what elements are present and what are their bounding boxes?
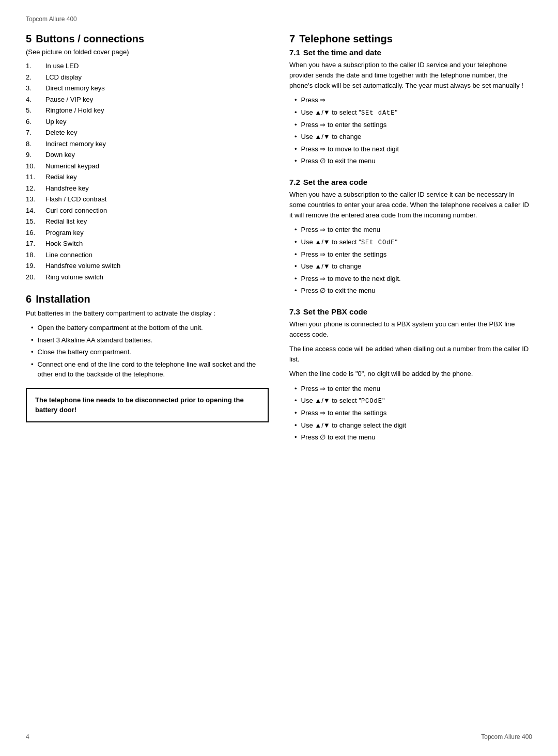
bullet-text: Use ▲/▼ to change select the digit bbox=[301, 420, 407, 431]
section-6-title: Installation bbox=[36, 293, 90, 305]
item-number: 14. bbox=[26, 206, 40, 216]
item-text: Up key bbox=[45, 117, 66, 127]
section-7-2-body: When you have a subscription to the call… bbox=[289, 190, 532, 220]
list-item: Press ⇒ to enter the menu bbox=[295, 384, 532, 394]
section-7-1-title: Set the time and date bbox=[303, 48, 381, 57]
item-text: Delete key bbox=[45, 128, 77, 138]
bullet-text: Use ▲/▼ to select "SEt dAtE" bbox=[301, 107, 398, 118]
bullet-text: Insert 3 Alkaline AA standard batteries. bbox=[38, 335, 153, 345]
item-number: 7. bbox=[26, 128, 40, 138]
list-item: 16.Program key bbox=[26, 228, 269, 238]
item-text: Line connection bbox=[45, 250, 92, 260]
list-item: Open the battery compartment at the bott… bbox=[31, 323, 269, 333]
item-number: 15. bbox=[26, 216, 40, 227]
page-footer: 4 Topcom Allure 400 bbox=[26, 733, 532, 741]
left-column: 5 Buttons / connections (See picture on … bbox=[26, 33, 269, 454]
section-7-1: 7.1 Set the time and date When you have … bbox=[289, 48, 532, 166]
list-item: 1.In use LED bbox=[26, 61, 269, 71]
bullet-text: Use ▲/▼ to change bbox=[301, 132, 362, 142]
right-column: 7 Telephone settings 7.1 Set the time an… bbox=[289, 33, 532, 454]
list-item: 2.LCD display bbox=[26, 72, 269, 83]
item-text: Hook Switch bbox=[45, 239, 83, 249]
list-item: Use ▲/▼ to change bbox=[295, 261, 532, 272]
item-text: Flash / LCD contrast bbox=[45, 194, 107, 204]
section-5-title: Buttons / connections bbox=[36, 33, 144, 45]
list-item: Press ⇒ to move to the next digit bbox=[295, 144, 532, 154]
bullet-text: Connect one end of the line cord to the … bbox=[38, 359, 269, 380]
section-6-number: 6 bbox=[26, 293, 32, 305]
section-5: 5 Buttons / connections (See picture on … bbox=[26, 33, 269, 282]
list-item: Use ▲/▼ to select "SEt COdE" bbox=[295, 237, 532, 247]
item-text: Down key bbox=[45, 150, 75, 160]
bullet-text: Press ⇒ to enter the menu bbox=[301, 384, 380, 394]
list-item: 4.Pause / VIP key bbox=[26, 94, 269, 105]
section-7-3-title: Set the PBX code bbox=[303, 307, 367, 316]
bullet-text: Press ∅ to exit the menu bbox=[301, 432, 376, 443]
item-text: Ringtone / Hold key bbox=[45, 105, 104, 116]
item-text: Ring volume switch bbox=[45, 272, 103, 282]
item-text: Handsfree key bbox=[45, 183, 89, 194]
warning-text: The telephone line needs to be disconnec… bbox=[35, 396, 244, 414]
item-text: Direct memory keys bbox=[45, 83, 105, 93]
item-text: Pause / VIP key bbox=[45, 94, 93, 105]
list-item: 12.Handsfree key bbox=[26, 183, 269, 194]
section-7-3-bullets: Press ⇒ to enter the menu Use ▲/▼ to sel… bbox=[295, 384, 532, 443]
section-7-heading: 7 Telephone settings bbox=[289, 33, 532, 45]
list-item: 3.Direct memory keys bbox=[26, 83, 269, 93]
list-item: 18.Line connection bbox=[26, 250, 269, 260]
item-number: 8. bbox=[26, 139, 40, 149]
item-text: Indirect memory key bbox=[45, 139, 106, 149]
buttons-list: 1.In use LED2.LCD display3.Direct memory… bbox=[26, 61, 269, 282]
list-item: 17.Hook Switch bbox=[26, 239, 269, 249]
section-7-1-number: 7.1 bbox=[289, 48, 300, 57]
item-number: 2. bbox=[26, 72, 40, 83]
bullet-text: Press ⇒ to enter the settings bbox=[301, 120, 387, 130]
section-6: 6 Installation Put batteries in the batt… bbox=[26, 293, 269, 422]
list-item: Use ▲/▼ to select "SEt dAtE" bbox=[295, 107, 532, 118]
item-number: 10. bbox=[26, 161, 40, 171]
section-7-title: Telephone settings bbox=[299, 33, 393, 45]
section-5-subtitle: (See picture on folded cover page) bbox=[26, 48, 269, 56]
section-7-1-bullets: Press ⇒ Use ▲/▼ to select "SEt dAtE" Pre… bbox=[295, 95, 532, 166]
bullet-text: Press ⇒ to enter the settings bbox=[301, 408, 387, 418]
footer-brand: Topcom Allure 400 bbox=[481, 733, 532, 741]
section-7: 7 Telephone settings 7.1 Set the time an… bbox=[289, 33, 532, 443]
section-7-2: 7.2 Set the area code When you have a su… bbox=[289, 178, 532, 296]
item-number: 5. bbox=[26, 105, 40, 116]
list-item: Close the battery compartment. bbox=[31, 347, 269, 357]
list-item: 20.Ring volume switch bbox=[26, 272, 269, 282]
list-item: 13.Flash / LCD contrast bbox=[26, 194, 269, 204]
section-7-3-body3: When the line code is "0", no digit will… bbox=[289, 369, 532, 379]
bullet-text: Press ⇒ to move to the next digit bbox=[301, 144, 399, 154]
page-header: Topcom Allure 400 bbox=[26, 15, 532, 23]
list-item: Press ∅ to exit the menu bbox=[295, 286, 532, 296]
list-item: 19.Handsfree volume switch bbox=[26, 261, 269, 271]
item-number: 9. bbox=[26, 150, 40, 160]
section-6-heading: 6 Installation bbox=[26, 293, 269, 305]
section-5-number: 5 bbox=[26, 33, 32, 45]
installation-bullets: Open the battery compartment at the bott… bbox=[31, 323, 269, 380]
section-7-1-body: When you have a subscription to the call… bbox=[289, 60, 532, 91]
section-7-3-heading: 7.3 Set the PBX code bbox=[289, 307, 532, 316]
section-7-3-number: 7.3 bbox=[289, 307, 300, 316]
section-7-3: 7.3 Set the PBX code When your phone is … bbox=[289, 307, 532, 443]
list-item: Press ⇒ to enter the settings bbox=[295, 408, 532, 418]
item-number: 3. bbox=[26, 83, 40, 93]
item-text: Numerical keypad bbox=[45, 161, 99, 171]
item-number: 13. bbox=[26, 194, 40, 204]
list-item: 8.Indirect memory key bbox=[26, 139, 269, 149]
item-text: Program key bbox=[45, 228, 84, 238]
section-6-body: Put batteries in the battery compartment… bbox=[26, 308, 269, 319]
list-item: 15.Redial list key bbox=[26, 216, 269, 227]
bullet-text: Use ▲/▼ to select "SEt COdE" bbox=[301, 237, 398, 247]
section-7-number: 7 bbox=[289, 33, 295, 45]
list-item: Use ▲/▼ to change bbox=[295, 132, 532, 142]
section-7-3-body1: When your phone is connected to a PBX sy… bbox=[289, 319, 532, 340]
item-number: 18. bbox=[26, 250, 40, 260]
item-text: LCD display bbox=[45, 72, 82, 83]
item-number: 4. bbox=[26, 94, 40, 105]
item-number: 16. bbox=[26, 228, 40, 238]
list-item: 14.Curl cord connection bbox=[26, 206, 269, 216]
bullet-text: Use ▲/▼ to select "PCOdE" bbox=[301, 396, 385, 406]
footer-page-number: 4 bbox=[26, 733, 29, 741]
